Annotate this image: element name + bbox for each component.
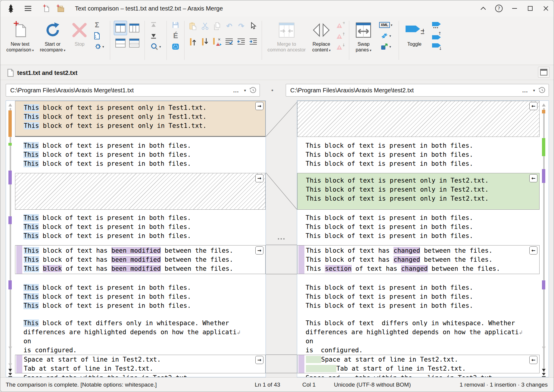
new-text-comparison-button[interactable]: + New textcomparison▾ — [6, 20, 34, 53]
accept-changes-button[interactable] — [223, 36, 235, 47]
diff-line: This block of text has been modified bet… — [15, 264, 265, 273]
left-overview-gutter[interactable] — [6, 101, 15, 377]
layout-stacked-lines-button[interactable] — [128, 36, 141, 50]
left-push-change-button[interactable]: → — [255, 246, 263, 255]
replace-content-button[interactable]: Replacecontent▾ — [312, 20, 331, 53]
copy-button[interactable] — [211, 21, 223, 32]
comparison-tab[interactable]: test1.txt and test2.txt — [5, 67, 80, 78]
right-browse-button[interactable]: … — [519, 87, 531, 94]
options-button[interactable]: ▾ — [92, 41, 106, 52]
svg-text:!: ! — [217, 43, 219, 46]
paste-button[interactable] — [187, 21, 199, 32]
next-change-button[interactable] — [199, 36, 211, 47]
unindent-lines-button[interactable] — [235, 36, 247, 47]
synchronization-links-button[interactable]: ▾ — [376, 30, 395, 41]
pane-view-button[interactable] — [538, 67, 549, 78]
maximize-button[interactable] — [522, 0, 538, 17]
save-button[interactable] — [170, 20, 181, 30]
left-push-change-button[interactable]: → — [255, 174, 263, 182]
status-message: The comparison is complete. [Notable opt… — [6, 381, 157, 388]
next-conflict-marker-button[interactable]: !↓ — [335, 41, 345, 52]
right-file-pane: ←This block of text is present in both f… — [297, 100, 549, 377]
diff-block-gap — [15, 210, 266, 213]
layout-stacked-panes-button[interactable] — [114, 36, 127, 50]
previous-bookmark-button[interactable]: ↑ — [428, 30, 445, 41]
right-file-path-field[interactable]: C:\Program Files\Araxis\Araxis Merge\tes… — [286, 84, 549, 97]
undo-button[interactable]: ↶ — [223, 21, 235, 32]
indent-lines-button[interactable] — [247, 36, 259, 47]
select-pointer-button[interactable] — [247, 21, 259, 32]
left-file-path-field[interactable]: C:\Program Files\Araxis\Araxis Merge\tes… — [6, 84, 260, 97]
save-icon — [172, 21, 179, 29]
left-push-change-button[interactable]: → — [255, 356, 263, 364]
layout-three-panes-button[interactable] — [128, 21, 141, 35]
swap-panes-button[interactable]: Swappanes▾ — [355, 20, 372, 53]
right-push-change-button[interactable]: ← — [529, 246, 537, 255]
overview-mark-green — [542, 138, 545, 156]
character-map-button[interactable] — [170, 41, 181, 52]
path-row: C:\Program Files\Araxis\Araxis Merge\tes… — [0, 80, 554, 100]
go-to-last-change-icon — [150, 33, 157, 39]
window-panel-icon — [540, 69, 547, 76]
merge-to-common-ancestor-button[interactable]: Merge tocommon ancestor — [267, 20, 306, 53]
overview-mark-purple — [8, 216, 12, 224]
cut-button[interactable] — [199, 21, 211, 32]
right-history-button[interactable] — [537, 87, 549, 94]
close-button[interactable] — [538, 0, 554, 17]
left-push-change-button[interactable]: → — [255, 102, 263, 110]
new-comparison-quick-button[interactable]: + — [41, 0, 51, 17]
layout-two-panes-button[interactable] — [114, 21, 127, 35]
diff-line: This block of text is present only in Te… — [15, 103, 265, 112]
left-file-text-area[interactable]: This block of text is present only in Te… — [15, 101, 266, 377]
right-push-change-button[interactable]: ← — [529, 102, 537, 110]
last-change-button[interactable] — [148, 30, 159, 41]
diff-line: Tab at start of line in Test2.txt. — [15, 364, 265, 373]
minimize-button[interactable] — [507, 0, 522, 17]
export-button[interactable]: ▾ — [376, 41, 395, 52]
overview-mark-purple — [542, 169, 545, 183]
encoding-button[interactable]: É — [170, 30, 181, 41]
diff-line: Space and tabs within the line in Test2.… — [297, 373, 540, 377]
diff-line: This block of text is present in both fi… — [15, 292, 266, 301]
find-button[interactable]: ▾ — [148, 41, 163, 52]
right-push-change-button[interactable]: ← — [529, 174, 537, 182]
new-text-comparison-icon: + — [12, 20, 28, 40]
replace-content-icon — [312, 20, 331, 40]
redo-button[interactable]: ↷ — [235, 21, 247, 32]
statistics-button[interactable]: Σ — [92, 20, 102, 30]
collapse-ribbon-button[interactable] — [475, 0, 491, 17]
start-or-recompare-button[interactable]: Start orrecompare▾ — [40, 20, 65, 53]
right-push-change-button[interactable]: ← — [529, 356, 537, 364]
diff-line: This block of text is present only in Te… — [15, 112, 265, 121]
diff-line: This block of text is present only in Te… — [297, 194, 539, 203]
diff-line: is configured. — [15, 346, 266, 355]
left-browse-button[interactable]: … — [230, 87, 241, 94]
next-bookmark-button[interactable]: ↓ — [428, 41, 445, 52]
xml-mode-button[interactable]: XML▾ — [376, 20, 395, 30]
right-overview-gutter[interactable] — [540, 101, 549, 377]
right-path-dropdown-button[interactable]: ▾ — [531, 88, 537, 93]
right-file-text-area[interactable]: ←This block of text is present in both f… — [297, 101, 540, 377]
add-conflict-marker-button[interactable]: !+ — [335, 20, 345, 30]
diff-block-gap — [15, 168, 266, 173]
wrap-indicator-icon — [541, 346, 546, 350]
diff-line: This block of text has changed between t… — [297, 255, 539, 264]
left-history-button[interactable] — [248, 87, 260, 94]
help-button[interactable]: ? — [491, 0, 507, 17]
stop-button[interactable]: Stop — [71, 20, 88, 47]
bookmark-options-button[interactable] — [428, 20, 445, 30]
menu-button[interactable] — [23, 0, 33, 17]
redo-icon: ↷ — [238, 22, 244, 30]
diff-line: This block of text is present in both fi… — [15, 213, 266, 222]
next-conflict-button[interactable]: ×! — [211, 36, 223, 47]
history-clock-icon — [539, 87, 546, 94]
open-comparison-quick-button[interactable]: + — [55, 0, 67, 17]
left-path-dropdown-button[interactable]: ▾ — [241, 88, 248, 93]
toggle-bookmark-button[interactable]: ± Toggle — [404, 20, 424, 47]
dropdown-arrow-icon: ▾ — [102, 45, 104, 49]
first-change-button[interactable] — [148, 20, 159, 30]
previous-conflict-button[interactable]: !↑ — [335, 30, 345, 41]
dropdown-arrow-icon: ▾ — [389, 45, 391, 49]
report-button[interactable] — [92, 30, 102, 41]
previous-change-button[interactable] — [187, 36, 199, 47]
